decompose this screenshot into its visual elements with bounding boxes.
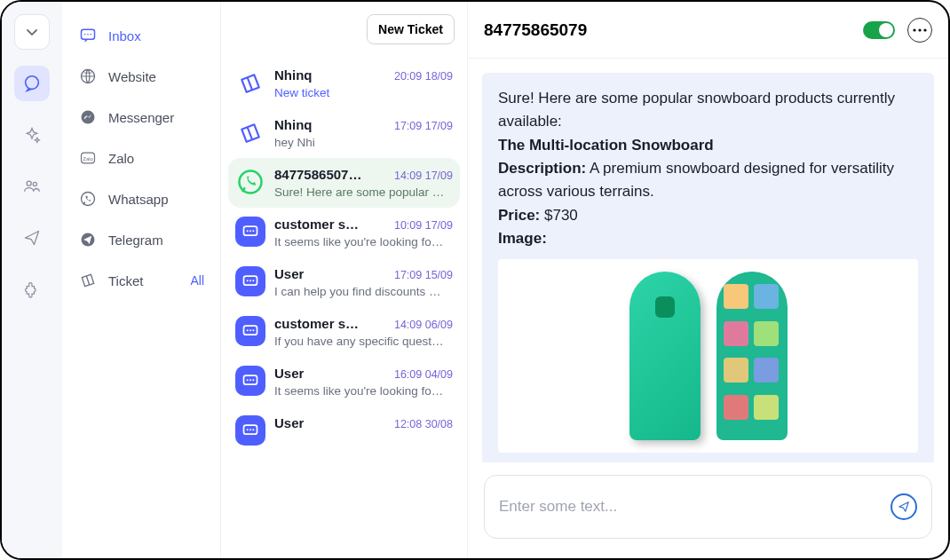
product-image	[498, 259, 918, 453]
conv-preview: I can help you find discounts …	[274, 285, 453, 298]
conv-time: 14:09 17/09	[394, 170, 453, 182]
price-text: $730	[540, 207, 578, 224]
svg-point-37	[923, 28, 926, 31]
conversation-item[interactable]: User17:09 15/09I can help you find disco…	[228, 257, 460, 307]
ticket-icon	[235, 67, 265, 98]
ticket-icon	[235, 117, 265, 147]
svg-point-22	[252, 280, 254, 281]
rail-send[interactable]	[14, 220, 50, 256]
message-input[interactable]	[499, 498, 891, 516]
svg-point-25	[249, 329, 251, 331]
conversation-list[interactable]: Nhinq20:09 18/09New ticketNhinq17:09 17/…	[221, 53, 467, 558]
channel-badge: All	[190, 273, 204, 288]
svg-point-20	[247, 280, 249, 281]
conversation-item[interactable]: Nhinq17:09 17/09hey Nhi	[228, 108, 460, 158]
svg-point-21	[249, 280, 251, 281]
conv-name: Nhinq	[274, 117, 313, 132]
channel-label: Messenger	[108, 110, 204, 125]
messenger-icon	[78, 107, 98, 127]
channel-label: Inbox	[108, 28, 204, 43]
telegram-icon	[78, 230, 98, 249]
conv-name: customer s…	[274, 316, 359, 331]
conv-name: Nhinq	[274, 67, 313, 83]
conversation-list-panel: New Ticket Nhinq20:09 18/09New ticketNhi…	[220, 2, 467, 558]
svg-point-12	[82, 193, 95, 206]
chevron-down-icon	[25, 25, 39, 39]
conv-name: User	[274, 266, 304, 281]
web-icon	[235, 266, 265, 296]
channel-telegram[interactable]: Telegram	[71, 222, 211, 257]
conv-time: 10:09 17/09	[394, 219, 453, 232]
conv-preview: If you have any specific quest…	[274, 335, 453, 348]
conversation-item[interactable]: User16:09 04/09It seems like you're look…	[228, 357, 460, 406]
svg-text:Zalo: Zalo	[83, 156, 92, 162]
send-button[interactable]	[891, 493, 917, 520]
send-icon	[898, 501, 910, 513]
desc-label: Description:	[498, 160, 586, 177]
assistant-message: Sure! Here are some popular snowboard pr…	[482, 73, 934, 462]
chat-bubble-icon	[78, 26, 98, 45]
composer-box[interactable]	[484, 475, 932, 539]
svg-point-26	[252, 329, 254, 331]
product-title: The Multi-location Snowboard	[498, 137, 714, 154]
svg-text:www: www	[83, 70, 92, 75]
svg-point-1	[27, 181, 31, 185]
ticket-icon	[78, 271, 98, 290]
conversation-item[interactable]: customer s…10:09 17/09It seems like you'…	[228, 208, 460, 257]
svg-point-24	[247, 329, 249, 331]
active-toggle[interactable]	[863, 21, 895, 39]
whatsapp-icon	[235, 167, 265, 197]
svg-point-4	[84, 34, 86, 35]
conv-name: User	[274, 415, 304, 430]
channel-inbox[interactable]: Inbox	[71, 18, 211, 53]
svg-point-28	[247, 379, 249, 381]
svg-point-34	[252, 429, 254, 430]
svg-point-2	[33, 182, 36, 185]
rail-conversations[interactable]	[14, 66, 50, 101]
svg-point-30	[252, 379, 254, 381]
whatsapp-icon	[78, 189, 98, 209]
svg-point-6	[91, 34, 92, 35]
channel-website[interactable]: wwwWebsite	[71, 59, 211, 94]
channel-label: Whatsapp	[108, 192, 204, 207]
paper-plane-icon	[23, 229, 41, 247]
channel-whatsapp[interactable]: Whatsapp	[71, 181, 211, 217]
svg-point-9	[82, 111, 95, 124]
conv-time: 14:09 06/09	[394, 319, 453, 331]
more-button[interactable]	[907, 18, 932, 43]
svg-point-33	[249, 429, 251, 430]
channel-label: Zalo	[108, 151, 204, 166]
conv-time: 12:08 30/08	[394, 418, 453, 430]
svg-point-17	[249, 230, 251, 232]
conversation-item[interactable]: User12:08 30/08	[228, 406, 460, 454]
conv-preview: Sure! Here are some popular …	[274, 185, 453, 199]
collapse-button[interactable]	[14, 14, 50, 50]
thread-panel: 84775865079 Sure! Here are some popular …	[467, 2, 948, 558]
rail-contacts[interactable]	[14, 169, 50, 204]
puzzle-icon	[23, 280, 41, 298]
conversation-item[interactable]: customer s…14:09 06/09If you have any sp…	[228, 307, 460, 357]
web-icon	[235, 316, 265, 346]
conversation-item[interactable]: 8477586507…14:09 17/09Sure! Here are som…	[228, 158, 460, 208]
channel-label: Telegram	[108, 233, 204, 248]
conv-time: 17:09 17/09	[394, 120, 453, 132]
conv-time: 16:09 04/09	[394, 368, 453, 381]
channel-zalo[interactable]: ZaloZalo	[71, 140, 211, 176]
message-area[interactable]: Sure! Here are some popular snowboard pr…	[468, 59, 948, 462]
rail-extensions[interactable]	[14, 272, 50, 307]
app-window: InboxwwwWebsiteMessengerZaloZaloWhatsapp…	[0, 0, 950, 560]
new-ticket-button[interactable]: New Ticket	[367, 14, 455, 44]
rail-ai[interactable]	[14, 117, 50, 153]
channel-messenger[interactable]: Messenger	[71, 99, 211, 135]
nav-rail	[2, 2, 62, 558]
price-label: Price:	[498, 207, 540, 224]
chat-icon	[22, 74, 42, 93]
conv-preview: It seems like you're looking fo…	[274, 235, 453, 248]
thread-title: 84775865079	[484, 20, 851, 40]
web-icon	[235, 366, 265, 396]
channel-ticket[interactable]: TicketAll	[71, 263, 211, 298]
conv-preview: hey Nhi	[274, 136, 453, 149]
svg-point-35	[913, 28, 915, 31]
conversation-item[interactable]: Nhinq20:09 18/09New ticket	[228, 59, 460, 108]
conv-name: customer s…	[274, 217, 359, 232]
